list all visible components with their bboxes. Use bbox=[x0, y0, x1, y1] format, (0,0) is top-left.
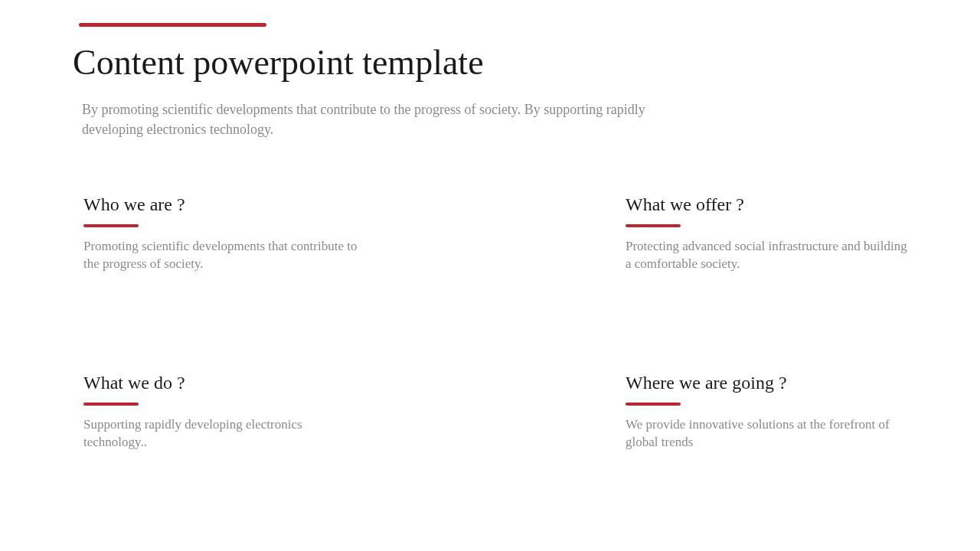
section-accent-bar bbox=[626, 403, 681, 406]
section-heading: What we do ? bbox=[83, 373, 365, 393]
section-body: Protecting advanced social infrastructur… bbox=[626, 238, 907, 273]
section-accent-bar bbox=[83, 224, 139, 227]
section-body: Supporting rapidly developing electronic… bbox=[83, 416, 365, 452]
sections-grid: Who we are ? Promoting scientific develo… bbox=[83, 194, 907, 452]
slide-container: Content powerpoint template By promoting… bbox=[0, 0, 980, 482]
section-body: We provide innovative solutions at the f… bbox=[626, 416, 907, 452]
section-what-we-offer: What we offer ? Protecting advanced soci… bbox=[626, 194, 907, 273]
section-body: Promoting scientific developments that c… bbox=[83, 238, 365, 273]
section-heading: What we offer ? bbox=[626, 194, 907, 215]
section-where-we-are-going: Where we are going ? We provide innovati… bbox=[626, 373, 907, 452]
title-accent-bar bbox=[79, 23, 266, 27]
section-heading: Where we are going ? bbox=[626, 373, 907, 393]
section-accent-bar bbox=[83, 403, 139, 406]
page-title: Content powerpoint template bbox=[73, 44, 907, 83]
section-accent-bar bbox=[626, 224, 681, 227]
page-subtitle: By promoting scientific developments tha… bbox=[82, 99, 694, 139]
section-who-we-are: Who we are ? Promoting scientific develo… bbox=[83, 194, 365, 273]
section-heading: Who we are ? bbox=[83, 194, 365, 215]
section-what-we-do: What we do ? Supporting rapidly developi… bbox=[83, 373, 365, 452]
